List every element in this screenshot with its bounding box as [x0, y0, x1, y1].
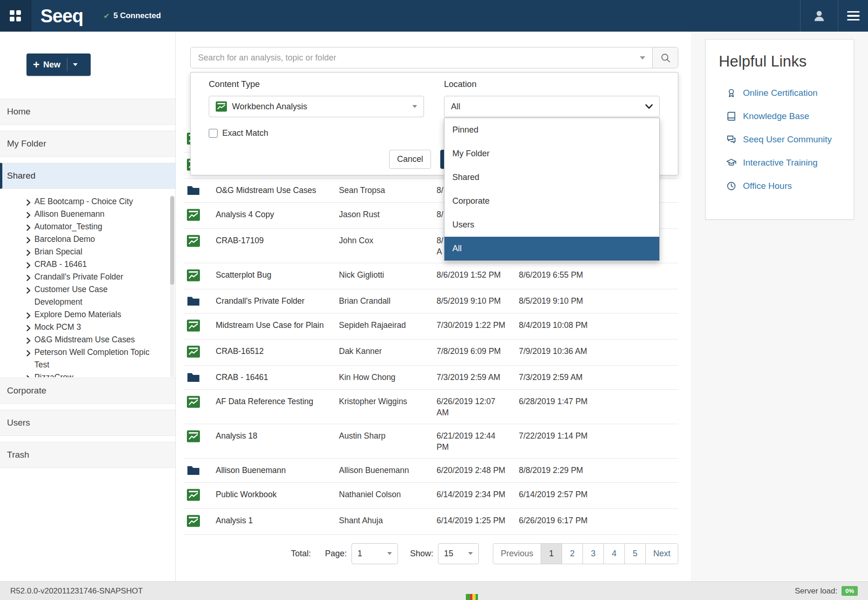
helpful-link[interactable]: Seeq User Community — [726, 128, 854, 151]
page-number-button[interactable]: 4 — [603, 543, 625, 564]
item-owner: Sean Tropsa — [339, 185, 437, 196]
location-option[interactable]: Shared — [444, 166, 659, 189]
table-row[interactable]: CRAB - 16461 Kin How Chong 7/3/2019 2:59… — [184, 366, 678, 390]
sidebar-nav-top: Home My Folder Shared — [0, 99, 175, 195]
location-option[interactable]: Pinned — [444, 118, 659, 142]
item-updated-at: 7/9/2019 10:36 AM — [519, 346, 678, 357]
tree-item[interactable]: O&G Midstream Use Cases — [27, 333, 170, 346]
main-menu-button[interactable] — [838, 0, 868, 32]
page-number-button[interactable]: 1 — [541, 543, 562, 564]
location-option[interactable]: My Folder — [444, 142, 659, 166]
tree-item[interactable]: CRAB - 16461 — [27, 258, 170, 271]
tree-item[interactable]: Customer Use Case Development — [27, 283, 170, 308]
sidebar-nav-item[interactable]: Shared — [0, 163, 175, 189]
sidebar-nav-label: Users — [7, 418, 30, 428]
item-created-at: 7/3/2019 2:59 AM — [437, 372, 519, 383]
helpful-link-label: Seeq User Community — [743, 134, 832, 145]
search-button[interactable] — [652, 47, 678, 68]
helpful-link-label: Knowledge Base — [743, 111, 809, 121]
search-options-toggle[interactable] — [633, 47, 652, 68]
location-options: Pinned My Folder Shared Corporate Users — [444, 118, 660, 261]
cancel-button[interactable]: Cancel — [389, 150, 431, 169]
new-button[interactable]: + New — [27, 53, 91, 76]
content-type-select[interactable]: Workbench Analysis — [209, 96, 424, 117]
item-created-at: 7/8/2019 6:09 PM — [437, 346, 519, 357]
analysis-icon — [187, 515, 200, 527]
chevron-right-icon — [27, 283, 34, 295]
sidebar-nav-label: Home — [7, 107, 31, 117]
tree-item[interactable]: PizzaCrew — [27, 371, 170, 377]
sidebar: + New Home My Folder Shared AE Boo — [0, 32, 176, 581]
location-label: Location — [444, 79, 477, 89]
sidebar-nav-item[interactable]: My Folder — [0, 131, 175, 157]
app-launcher-button[interactable] — [0, 0, 31, 32]
helpful-link[interactable]: Interactive Training — [726, 151, 854, 174]
location-option[interactable]: All — [444, 237, 659, 260]
item-name: CRAB-16512 — [216, 346, 339, 357]
item-owner: Allison Buenemann — [339, 465, 437, 476]
tree-item-label: Automator_Testing — [34, 220, 102, 233]
sidebar-nav-item[interactable]: Home — [0, 99, 175, 125]
seeq-logo[interactable]: Seeq — [40, 0, 83, 32]
sidebar-nav-item[interactable]: Trash — [0, 442, 175, 468]
table-row[interactable]: Crandall's Private Folder Brian Crandall… — [184, 289, 678, 313]
item-owner: Nathaniel Colson — [339, 489, 437, 500]
location-select[interactable]: All — [444, 96, 660, 117]
location-option[interactable]: Corporate — [444, 189, 659, 213]
item-name: Analysis 4 Copy — [216, 209, 339, 220]
search-input[interactable] — [191, 53, 633, 63]
table-row[interactable]: Analysis 18 Austin Sharp 6/21/2019 12:44… — [184, 424, 678, 459]
show-select[interactable]: 15 — [438, 543, 479, 564]
sidebar-nav-label: My Folder — [7, 139, 46, 149]
helpful-link[interactable]: Office Hours — [726, 174, 854, 198]
tree-scrollbar-thumb[interactable] — [170, 196, 174, 285]
chevron-right-icon — [27, 271, 34, 283]
item-updated-at: 8/4/2019 10:08 PM — [519, 320, 678, 331]
item-name: Scatterplot Bug — [216, 269, 339, 280]
exact-match-checkbox[interactable]: Exact Match — [209, 128, 268, 138]
sidebar-nav-item[interactable]: Corporate — [0, 378, 175, 404]
tree-item-label: AE Bootcamp - Choice City — [34, 195, 133, 208]
analysis-icon — [187, 489, 200, 501]
user-profile-button[interactable] — [800, 0, 838, 32]
table-row[interactable]: CRAB-16512 Dak Kanner 7/8/2019 6:09 PM 7… — [184, 340, 678, 366]
table-row[interactable]: Public Workbook Nathaniel Colson 6/14/20… — [184, 483, 678, 509]
next-page-button[interactable]: Next — [645, 543, 678, 564]
page-select[interactable]: 1 — [351, 543, 398, 564]
sidebar-nav-item[interactable]: Users — [0, 410, 175, 436]
location-option[interactable]: Users — [444, 213, 659, 237]
item-created-at: 6/20/2019 2:48 PM — [437, 465, 519, 476]
server-load-label: Server load: — [795, 587, 838, 596]
tree-item[interactable]: Crandall's Private Folder — [27, 271, 170, 283]
tree-item[interactable]: Mock PCM 3 — [27, 321, 170, 333]
clock-icon — [726, 181, 736, 191]
tree-item[interactable]: AE Bootcamp - Choice City — [27, 195, 170, 208]
helpful-link[interactable]: Knowledge Base — [726, 105, 854, 128]
item-type-icon — [187, 185, 216, 196]
folder-icon — [187, 372, 200, 383]
tree-item[interactable]: Allison Buenemann — [27, 208, 170, 220]
chevron-right-icon — [27, 308, 34, 320]
page-number-button[interactable]: 5 — [624, 543, 646, 564]
table-row[interactable]: Scatterplot Bug Nick Gigliotti 8/6/2019 … — [184, 263, 678, 289]
table-row[interactable]: Analysis 1 Shant Ahuja 6/14/2019 1:25 PM… — [184, 509, 678, 535]
item-updated-at: 8/5/2019 9:10 PM — [519, 295, 678, 307]
tree-item[interactable]: Brian Special — [27, 246, 170, 258]
tree-item[interactable]: Peterson Well Completion Topic Test — [27, 346, 170, 371]
comments-icon — [726, 134, 736, 145]
table-row[interactable]: Allison Buenemann Allison Buenemann 6/20… — [184, 459, 678, 483]
tree-item[interactable]: Barcelona Demo — [27, 233, 170, 246]
item-name: Allison Buenemann — [216, 465, 339, 476]
item-created-at: 6/21/2019 12:44 PM — [437, 430, 519, 453]
chevron-down-icon — [387, 552, 392, 555]
table-row[interactable]: Midstream Use Case for Plain Sepideh Raj… — [184, 313, 678, 340]
page-number-button[interactable]: 2 — [562, 543, 583, 564]
helpful-link[interactable]: Online Certification — [726, 81, 854, 105]
item-updated-at: 8/8/2019 2:29 PM — [519, 465, 678, 476]
page-number-button[interactable]: 3 — [583, 543, 604, 564]
previous-page-button[interactable]: Previous — [493, 543, 541, 564]
tree-item[interactable]: Automator_Testing — [27, 220, 170, 233]
chevron-right-icon — [27, 371, 34, 377]
table-row[interactable]: AF Data Reference Testing Kristopher Wig… — [184, 390, 678, 424]
tree-item[interactable]: Explore Demo Materials — [27, 308, 170, 321]
